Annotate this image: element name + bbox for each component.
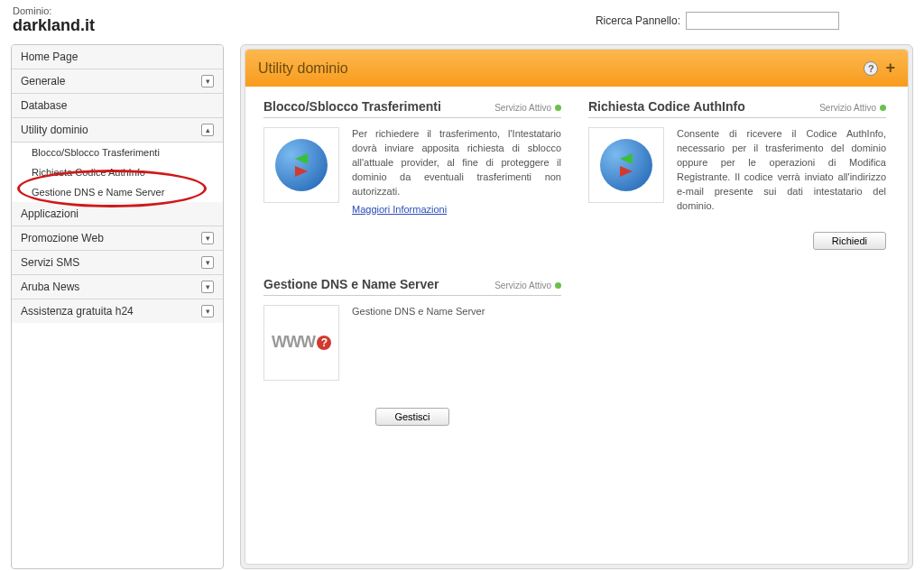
status-badge: Servizio Attivo — [494, 281, 561, 290]
submenu-authinfo[interactable]: Richiesta Codice AuthInfo — [12, 162, 223, 182]
card-title: Blocco/Sblocco Trasferimenti — [263, 99, 441, 114]
card-blocco: Blocco/Sblocco Trasferimenti Servizio At… — [263, 99, 561, 250]
page-title: Utility dominio — [258, 60, 348, 77]
sidebar-item-applicazioni[interactable]: Applicazioni — [12, 202, 223, 226]
help-icon[interactable]: ? — [864, 61, 878, 76]
richiedi-button[interactable]: Richiedi — [813, 232, 886, 250]
sidebar-item-utility[interactable]: Utility dominio▴ — [12, 118, 223, 143]
search-label: Ricerca Pannello: — [596, 14, 680, 27]
sidebar: Home Page Generale▾ Database Utility dom… — [11, 44, 224, 569]
chevron-up-icon: ▴ — [201, 124, 214, 136]
status-badge: Servizio Attivo — [819, 103, 886, 113]
submenu-blocco[interactable]: Blocco/Sblocco Trasferimenti — [12, 143, 223, 162]
card-dns: Gestione DNS e Name Server Servizio Atti… — [263, 277, 561, 426]
chevron-down-icon: ▾ — [201, 281, 214, 293]
sidebar-item-database[interactable]: Database — [12, 94, 223, 118]
chevron-down-icon: ▾ — [201, 305, 214, 318]
card-description: Consente di ricevere il Codice AuthInfo,… — [677, 127, 886, 214]
transfer-icon — [588, 127, 664, 203]
sidebar-item-sms[interactable]: Servizi SMS▾ — [12, 251, 223, 275]
sidebar-item-home[interactable]: Home Page — [12, 45, 223, 69]
card-description: Per richiedere il trasferimento, l'Intes… — [352, 128, 561, 197]
plus-icon[interactable]: + — [885, 59, 895, 78]
sidebar-item-assistenza[interactable]: Assistenza gratuita h24▾ — [12, 299, 223, 323]
content-panel: Utility dominio ? + Blocco/Sblocco Trasf… — [240, 44, 913, 569]
card-description: Gestione DNS e Name Server — [352, 305, 485, 381]
submenu-dns[interactable]: Gestione DNS e Name Server — [12, 182, 223, 202]
chevron-down-icon: ▾ — [201, 256, 214, 269]
gestisci-button[interactable]: Gestisci — [375, 408, 448, 426]
sidebar-item-news[interactable]: Aruba News▾ — [12, 275, 223, 299]
chevron-down-icon: ▾ — [201, 232, 214, 244]
card-title: Richiesta Codice AuthInfo — [588, 99, 745, 114]
card-authinfo: Richiesta Codice AuthInfo Servizio Attiv… — [588, 99, 886, 250]
transfer-icon — [263, 127, 339, 203]
sidebar-item-generale[interactable]: Generale▾ — [12, 69, 223, 94]
sidebar-item-promozione[interactable]: Promozione Web▾ — [12, 226, 223, 251]
chevron-down-icon: ▾ — [201, 75, 214, 87]
card-title: Gestione DNS e Name Server — [263, 277, 439, 291]
search-input[interactable] — [686, 12, 839, 30]
status-badge: Servizio Attivo — [494, 103, 561, 113]
www-icon: WWW? — [263, 305, 339, 381]
more-info-link[interactable]: Maggiori Informazioni — [352, 203, 447, 217]
domain-name: darkland.it — [13, 16, 95, 35]
domain-label: Dominio: — [13, 5, 95, 16]
